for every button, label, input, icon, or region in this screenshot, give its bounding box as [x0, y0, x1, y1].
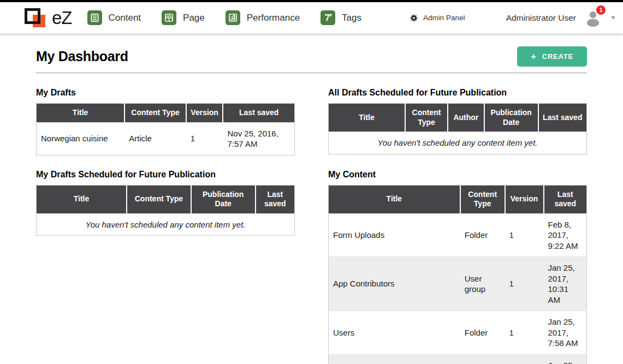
table-cell: Nov 25, 2016, 7:57 AM	[223, 122, 294, 155]
nav-label-page: Page	[183, 13, 205, 23]
section-all-drafts-scheduled: All Drafts Scheduled for Future Publicat…	[328, 88, 587, 154]
empty-row: You haven't scheduled any content item y…	[37, 213, 295, 236]
table-cell: Folder	[460, 213, 505, 257]
column-header: Author	[448, 104, 484, 132]
nav-item-content[interactable]: Content	[87, 10, 141, 25]
tags-icon	[321, 10, 335, 25]
table-header-row: TitleContent TypePublication DateLast sa…	[37, 185, 295, 213]
column-header: Content Type	[127, 185, 191, 213]
user-name: Administrator User	[506, 13, 576, 23]
empty-message: You haven't scheduled any content item y…	[329, 132, 587, 154]
section-my-content: My Content TitleContent TypeVersionLast …	[328, 170, 587, 364]
table-cell: Feb 8, 2017, 9:22 AM	[544, 213, 587, 257]
table-cell: Jan 25, 2017, 7:58 AM	[544, 311, 587, 355]
table-cell: Users	[329, 311, 460, 355]
section-my-drafts-scheduled: My Drafts Scheduled for Future Publicati…	[36, 170, 295, 236]
admin-panel-link[interactable]: Admin Panel	[410, 14, 465, 22]
table-cell: App Contributors	[329, 257, 460, 311]
my-content-table: TitleContent TypeVersionLast savedForm U…	[328, 185, 587, 364]
ez-logo-mark-icon	[25, 7, 48, 29]
column-header: Publication Date	[484, 104, 538, 132]
my-drafts-scheduled-table: TitleContent TypePublication DateLast sa…	[36, 185, 295, 236]
plus-icon	[531, 54, 537, 59]
table-row[interactable]: Form UploadsFolder1Feb 8, 2017, 9:22 AM	[329, 213, 587, 257]
user-menu[interactable]: Administrator User 1	[506, 9, 615, 27]
table-cell: 1	[505, 257, 544, 311]
column-header: Title	[329, 104, 405, 132]
table-cell: 1	[505, 213, 544, 257]
table-row[interactable]: App ContributorsUser group1Jan 25, 2017,…	[329, 257, 587, 311]
table-header-row: TitleContent TypeVersionLast saved	[37, 104, 295, 123]
performance-icon	[226, 10, 240, 25]
nav-label-performance: Performance	[247, 13, 300, 23]
table-cell: Jan 25, 2017, 7:55 AM	[544, 354, 587, 364]
section-heading-my-drafts-scheduled: My Drafts Scheduled for Future Publicati…	[36, 170, 295, 180]
table-cell: Folder	[460, 354, 505, 364]
page-icon	[162, 10, 176, 25]
nav-item-performance[interactable]: Performance	[226, 10, 300, 25]
main-nav: Content Page	[87, 10, 362, 25]
create-button[interactable]: CREATE	[517, 46, 587, 67]
column-header: Title	[329, 185, 460, 213]
admin-panel-label: Admin Panel	[423, 14, 465, 22]
table-cell: User group	[460, 257, 505, 311]
section-heading-all-drafts-scheduled: All Drafts Scheduled for Future Publicat…	[328, 88, 587, 98]
ez-logo-outline-square	[25, 8, 40, 24]
table-cell: 1	[505, 311, 544, 355]
table-cell: Form Uploads	[329, 213, 460, 257]
column-header: Content Type	[405, 104, 448, 132]
nav-label-content: Content	[109, 13, 141, 23]
dashboard-main: My Dashboard CREATE My Drafts TitleConte…	[0, 46, 623, 364]
section-my-drafts: My Drafts TitleContent TypeVersionLast s…	[36, 88, 295, 156]
avatar[interactable]: 1	[584, 9, 602, 27]
table-row[interactable]: AppFolder1Jan 25, 2017, 7:55 AM	[329, 354, 587, 364]
table-header-row: TitleContent TypeAuthorPublication DateL…	[329, 104, 587, 132]
table-row[interactable]: Norwegian cuisineArticle1Nov 25, 2016, 7…	[37, 122, 295, 155]
content-icon	[87, 10, 102, 25]
column-header: Last saved	[538, 104, 587, 132]
table-header-row: TitleContent TypeVersionLast saved	[329, 185, 587, 213]
empty-message: You haven't scheduled any content item y…	[37, 213, 295, 236]
title-divider	[36, 73, 587, 73]
all-drafts-scheduled-table: TitleContent TypeAuthorPublication DateL…	[328, 103, 587, 154]
column-header: Publication Date	[191, 185, 256, 213]
nav-item-tags[interactable]: Tags	[321, 10, 361, 25]
column-header: Version	[186, 104, 223, 123]
ez-logo-text: eZ	[52, 8, 72, 28]
table-cell: 1	[505, 354, 544, 364]
table-cell: 1	[186, 122, 223, 155]
title-row: My Dashboard CREATE	[36, 46, 587, 67]
column-header: Content Type	[460, 185, 505, 213]
column-header: Last saved	[256, 185, 295, 213]
app-header: eZ Content Pag	[0, 2, 623, 34]
column-header: Last saved	[223, 104, 294, 123]
empty-row: You haven't scheduled any content item y…	[329, 132, 587, 154]
table-cell: Norwegian cuisine	[37, 122, 125, 155]
nav-label-tags: Tags	[342, 13, 361, 23]
nav-item-page[interactable]: Page	[162, 10, 205, 25]
my-drafts-table: TitleContent TypeVersionLast savedNorweg…	[36, 103, 295, 156]
section-heading-my-content: My Content	[328, 170, 587, 180]
chevron-down-icon[interactable]	[611, 16, 615, 20]
section-heading-my-drafts: My Drafts	[36, 88, 295, 98]
column-header: Title	[37, 185, 127, 213]
column-header: Last saved	[544, 185, 587, 213]
column-header: Title	[37, 104, 125, 123]
table-cell: Article	[124, 122, 186, 155]
table-cell: App	[329, 354, 460, 364]
page-title: My Dashboard	[36, 49, 128, 64]
notification-badge[interactable]: 1	[596, 5, 606, 15]
dashboard-grid: My Drafts TitleContent TypeVersionLast s…	[36, 88, 587, 364]
gear-icon	[410, 14, 418, 22]
table-cell: Folder	[460, 311, 505, 355]
ez-logo[interactable]: eZ	[25, 7, 72, 29]
column-header: Version	[505, 185, 544, 213]
table-cell: Jan 25, 2017, 10:31 AM	[544, 257, 587, 311]
column-header: Content Type	[124, 104, 186, 123]
create-button-label: CREATE	[542, 52, 573, 61]
table-row[interactable]: UsersFolder1Jan 25, 2017, 7:58 AM	[329, 311, 587, 355]
